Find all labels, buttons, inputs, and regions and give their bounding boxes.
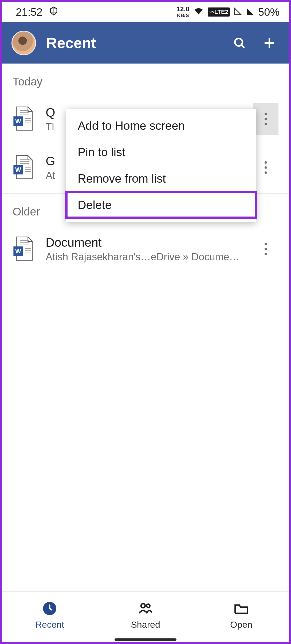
svg-point-29 [141, 604, 145, 608]
svg-text:W: W [15, 166, 21, 173]
file-row[interactable]: W Document Atish Rajasekharan's…eDrive »… [2, 225, 289, 273]
status-data-rate: 12.0 KB/S [176, 6, 190, 18]
plus-icon [263, 37, 276, 49]
bottom-nav-open[interactable]: Open [193, 592, 289, 635]
word-doc-icon: W [13, 106, 34, 132]
file-text: Document Atish Rajasekharan's…eDrive » D… [46, 235, 241, 263]
word-doc-icon: W [13, 155, 34, 180]
svg-point-0 [235, 38, 242, 46]
bottom-nav-recent[interactable]: Recent [2, 592, 98, 635]
app-bar-title: Recent [46, 34, 222, 52]
file-overflow-button[interactable] [253, 233, 278, 265]
search-button[interactable] [232, 36, 247, 50]
status-bar: 21:52 12.0 KB/S Vo LTE2 [2, 2, 289, 22]
status-bar-left: 21:52 [16, 6, 58, 18]
bottom-nav-label: Open [230, 619, 252, 630]
overflow-icon [265, 243, 267, 255]
file-subtitle: Atish Rajasekharan's…eDrive » Documents [46, 251, 241, 263]
device-frame: 21:52 12.0 KB/S Vo LTE2 [0, 0, 291, 644]
bottom-nav: Recent Shared Open [2, 591, 289, 635]
volte-label: LTE2 [214, 9, 228, 15]
folder-icon [233, 600, 250, 617]
svg-point-30 [147, 604, 150, 607]
add-button[interactable] [262, 36, 277, 50]
section-header-today: Today [2, 64, 289, 95]
clock-icon [41, 600, 58, 617]
wifi-icon [193, 6, 204, 19]
bottom-nav-shared[interactable]: Shared [98, 592, 194, 635]
svg-line-1 [241, 45, 244, 48]
bottom-nav-label: Shared [131, 619, 160, 630]
gesture-handle[interactable] [115, 638, 176, 641]
svg-text:W: W [15, 117, 21, 124]
volte-prefix: Vo [209, 10, 214, 14]
menu-item-remove-list[interactable]: Remove from list [66, 165, 256, 192]
file-overflow-button[interactable] [253, 151, 278, 183]
app-bar: Recent [2, 22, 289, 64]
menu-item-delete[interactable]: Delete [66, 192, 256, 218]
signal-icon-2 [246, 6, 254, 18]
context-menu: Add to Home screen Pin to list Remove fr… [66, 109, 256, 222]
menu-item-add-home[interactable]: Add to Home screen [66, 112, 256, 139]
status-data-rate-unit: KB/S [177, 13, 189, 18]
svg-text:W: W [15, 248, 21, 254]
app-bar-actions [232, 36, 277, 50]
overflow-icon [265, 113, 267, 125]
signal-icon-1 [234, 6, 242, 18]
status-app-icon [49, 6, 58, 18]
avatar[interactable] [11, 31, 36, 55]
search-icon [233, 37, 246, 49]
file-title: Document [46, 235, 241, 250]
bottom-nav-label: Recent [35, 619, 64, 630]
status-time: 21:52 [16, 6, 42, 18]
status-data-rate-value: 12.0 [176, 5, 190, 13]
file-overflow-button[interactable] [253, 103, 278, 135]
battery-percent: 50% [258, 6, 280, 18]
status-bar-right: 12.0 KB/S Vo LTE2 50% [176, 6, 280, 19]
word-doc-icon: W [13, 236, 34, 262]
people-icon [137, 600, 154, 617]
menu-item-pin-list[interactable]: Pin to list [66, 139, 256, 165]
overflow-icon [265, 161, 267, 174]
volte-badge: Vo LTE2 [208, 7, 230, 17]
